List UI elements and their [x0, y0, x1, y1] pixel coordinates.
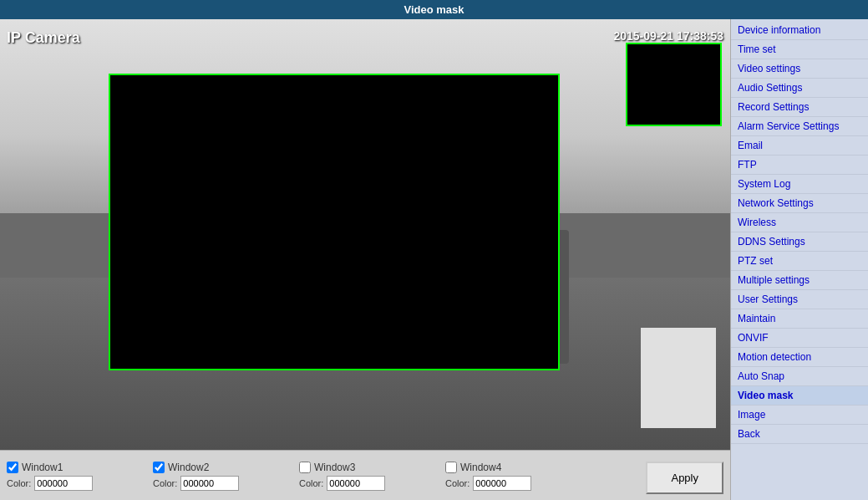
sidebar: Device informationTime setVideo settings…	[730, 19, 868, 500]
sidebar-item-system-log[interactable]: System Log	[731, 175, 868, 194]
window4-control: Window4 Color:	[445, 462, 591, 491]
title-bar: Video mask	[0, 0, 868, 19]
sidebar-item-back[interactable]: Back	[731, 425, 868, 444]
sidebar-item-ftp[interactable]: FTP	[731, 156, 868, 175]
sidebar-item-wireless[interactable]: Wireless	[731, 213, 868, 232]
page-title: Video mask	[404, 3, 464, 16]
window4-checkbox[interactable]	[445, 462, 457, 473]
window4-color-label: Color:	[445, 478, 470, 488]
window3-label: Window3	[314, 462, 355, 473]
sidebar-item-record-settings[interactable]: Record Settings	[731, 98, 868, 117]
sidebar-item-audio-settings[interactable]: Audio Settings	[731, 79, 868, 98]
video-container: IP Camera 2015-09-21 17:38:53	[0, 19, 730, 450]
mask-window2[interactable]	[626, 43, 722, 126]
sidebar-item-ptz-set[interactable]: PTZ set	[731, 252, 868, 271]
controls-bar: Window1 Color: Window2 Color:	[0, 450, 730, 500]
sidebar-item-time-set[interactable]: Time set	[731, 40, 868, 59]
sidebar-item-device-information[interactable]: Device information	[731, 21, 868, 40]
window2-control: Window2 Color:	[153, 462, 299, 491]
sidebar-item-video-mask[interactable]: Video mask	[731, 386, 868, 406]
sidebar-item-alarm-service-settings[interactable]: Alarm Service Settings	[731, 117, 868, 136]
sidebar-item-maintain[interactable]: Maintain	[731, 309, 868, 329]
sidebar-item-multiple-settings[interactable]: Multiple settings	[731, 271, 868, 290]
window1-control: Window1 Color:	[7, 462, 153, 491]
camera-area: IP Camera 2015-09-21 17:38:53 Window1 Co…	[0, 19, 730, 500]
sidebar-item-email[interactable]: Email	[731, 136, 868, 156]
window1-color-label: Color:	[7, 478, 31, 488]
window-controls-all: Window1 Color: Window2 Color:	[7, 462, 723, 494]
sidebar-item-auto-snap[interactable]: Auto Snap	[731, 367, 868, 386]
sidebar-item-user-settings[interactable]: User Settings	[731, 290, 868, 309]
window3-checkbox[interactable]	[299, 462, 311, 473]
window4-label: Window4	[460, 462, 501, 473]
window3-color-input[interactable]	[327, 476, 385, 491]
sidebar-item-motion-detection[interactable]: Motion detection	[731, 348, 868, 367]
window2-color-input[interactable]	[180, 476, 239, 491]
window1-label: Window1	[22, 462, 63, 473]
ip-camera-label: IP Camera	[7, 29, 80, 47]
sidebar-item-ddns-settings[interactable]: DDNS Settings	[731, 232, 868, 252]
window2-color-label: Color:	[153, 478, 177, 488]
window1-color-input[interactable]	[34, 476, 93, 491]
sidebar-item-image[interactable]: Image	[731, 406, 868, 425]
window3-color-label: Color:	[299, 478, 323, 488]
sidebar-item-network-settings[interactable]: Network Settings	[731, 194, 868, 213]
window2-label: Window2	[168, 462, 209, 473]
window4-color-input[interactable]	[473, 476, 531, 491]
window2-checkbox[interactable]	[153, 462, 165, 473]
timestamp: 2015-09-21 17:38:53	[613, 29, 723, 43]
main-layout: IP Camera 2015-09-21 17:38:53 Window1 Co…	[0, 19, 868, 500]
sidebar-item-onvif[interactable]: ONVIF	[731, 329, 868, 348]
mask-window1[interactable]	[109, 74, 560, 370]
sidebar-item-video-settings[interactable]: Video settings	[731, 59, 868, 79]
window3-control: Window3 Color:	[299, 462, 445, 491]
window1-checkbox[interactable]	[7, 462, 18, 473]
apply-button[interactable]: Apply	[646, 462, 723, 494]
white-box-right	[641, 328, 716, 428]
